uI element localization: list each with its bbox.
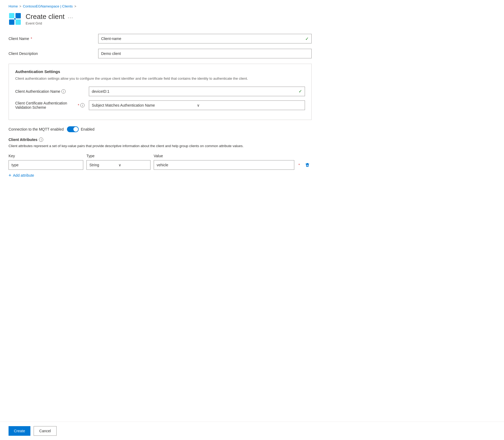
svg-rect-6 bbox=[307, 163, 308, 164]
mqtt-toggle-status: Enabled bbox=[81, 127, 94, 131]
page-title-block: Create client ... Event Grid bbox=[26, 13, 73, 25]
cert-scheme-required: * bbox=[78, 103, 79, 107]
attr-delete-button[interactable] bbox=[303, 161, 312, 169]
auth-name-row: Client Authentication Name i ✓ bbox=[15, 87, 305, 96]
breadcrumb-sep-1: > bbox=[19, 5, 21, 8]
event-grid-icon bbox=[9, 13, 21, 25]
attr-type-dropdown[interactable]: String ∨ bbox=[86, 160, 150, 170]
mqtt-toggle[interactable] bbox=[67, 126, 79, 132]
svg-rect-7 bbox=[305, 164, 309, 164]
client-name-field-wrapper: ✓ bbox=[98, 34, 312, 43]
auth-settings-box: Authentication Settings Client authentic… bbox=[9, 64, 312, 120]
breadcrumb-home[interactable]: Home bbox=[9, 4, 18, 8]
attr-col-key-header: Key bbox=[9, 154, 83, 158]
attr-value-input[interactable] bbox=[154, 160, 294, 170]
cert-scheme-dropdown[interactable]: Subject Matches Authentication Name ∨ bbox=[89, 100, 305, 110]
client-name-required: * bbox=[31, 37, 32, 41]
add-attribute-button[interactable]: + Add attribute bbox=[9, 172, 34, 179]
client-description-field-wrapper bbox=[98, 49, 312, 58]
svg-rect-2 bbox=[9, 19, 14, 25]
attr-col-value-header: Value bbox=[154, 154, 312, 158]
table-row: String ∨ * bbox=[9, 160, 312, 170]
auth-name-check-icon: ✓ bbox=[299, 89, 302, 94]
add-attribute-label: Add attribute bbox=[13, 173, 34, 177]
attr-table-header: Key Type Value bbox=[9, 154, 312, 158]
svg-rect-9 bbox=[308, 165, 308, 166]
client-name-check-icon: ✓ bbox=[305, 36, 309, 41]
svg-rect-0 bbox=[9, 13, 14, 18]
client-name-row: Client Name * ✓ bbox=[9, 34, 312, 43]
attr-key-input[interactable] bbox=[9, 160, 83, 170]
svg-point-5 bbox=[14, 18, 16, 20]
attr-value-required: * bbox=[299, 163, 300, 167]
client-attributes-info-icon[interactable]: i bbox=[39, 138, 43, 142]
auth-name-field-wrapper: ✓ bbox=[89, 87, 305, 96]
client-description-label: Client Description bbox=[9, 51, 94, 56]
cert-scheme-info-icon[interactable]: i bbox=[80, 103, 85, 107]
page-subtitle: Event Grid bbox=[26, 21, 73, 25]
svg-rect-3 bbox=[15, 19, 21, 25]
auth-name-info-icon[interactable]: i bbox=[61, 89, 66, 94]
svg-rect-8 bbox=[307, 165, 307, 166]
attr-col-type-header: Type bbox=[86, 154, 150, 158]
cert-scheme-label: Client Certificate Authentication Valida… bbox=[15, 101, 85, 110]
client-description-input[interactable] bbox=[101, 51, 309, 56]
page-title: Create client ... bbox=[26, 13, 73, 21]
auth-name-input[interactable] bbox=[92, 89, 296, 94]
svg-rect-1 bbox=[15, 13, 21, 18]
cert-scheme-dropdown-arrow: ∨ bbox=[197, 103, 302, 107]
cancel-button[interactable]: Cancel bbox=[34, 426, 57, 436]
add-plus-icon: + bbox=[9, 173, 11, 178]
attr-type-dropdown-arrow: ∨ bbox=[118, 163, 148, 167]
mqtt-toggle-wrapper: Enabled bbox=[67, 126, 94, 132]
client-name-label: Client Name * bbox=[9, 37, 94, 41]
attr-type-value: String bbox=[89, 163, 118, 167]
breadcrumb: Home > ContosoEGNamespace | Clients > bbox=[9, 4, 312, 8]
breadcrumb-sep-2: > bbox=[74, 5, 76, 8]
client-description-row: Client Description bbox=[9, 49, 312, 58]
auth-settings-title: Authentication Settings bbox=[15, 69, 305, 74]
cert-scheme-row: Client Certificate Authentication Valida… bbox=[15, 100, 305, 110]
mqtt-row: Connection to the MQTT enabled Enabled bbox=[9, 126, 312, 132]
auth-name-label: Client Authentication Name i bbox=[15, 89, 85, 94]
page-ellipsis-menu[interactable]: ... bbox=[68, 14, 73, 19]
auth-settings-desc: Client authentication settings allow you… bbox=[15, 76, 305, 81]
mqtt-label: Connection to the MQTT enabled bbox=[9, 127, 64, 131]
delete-icon bbox=[305, 163, 309, 167]
client-attributes-desc: Client attributes represent a set of key… bbox=[9, 143, 312, 149]
breadcrumb-namespace[interactable]: ContosoEGNamespace | Clients bbox=[23, 4, 73, 8]
client-attributes-title-row: Client Attributes i bbox=[9, 138, 312, 142]
bottom-bar: Create Cancel bbox=[0, 422, 504, 440]
create-button[interactable]: Create bbox=[9, 426, 30, 436]
cert-scheme-value: Subject Matches Authentication Name bbox=[92, 103, 197, 107]
client-name-input[interactable] bbox=[101, 37, 303, 41]
client-attributes-title: Client Attributes bbox=[9, 138, 37, 142]
page-title-text: Create client bbox=[26, 13, 65, 21]
page-header: Create client ... Event Grid bbox=[9, 13, 312, 25]
